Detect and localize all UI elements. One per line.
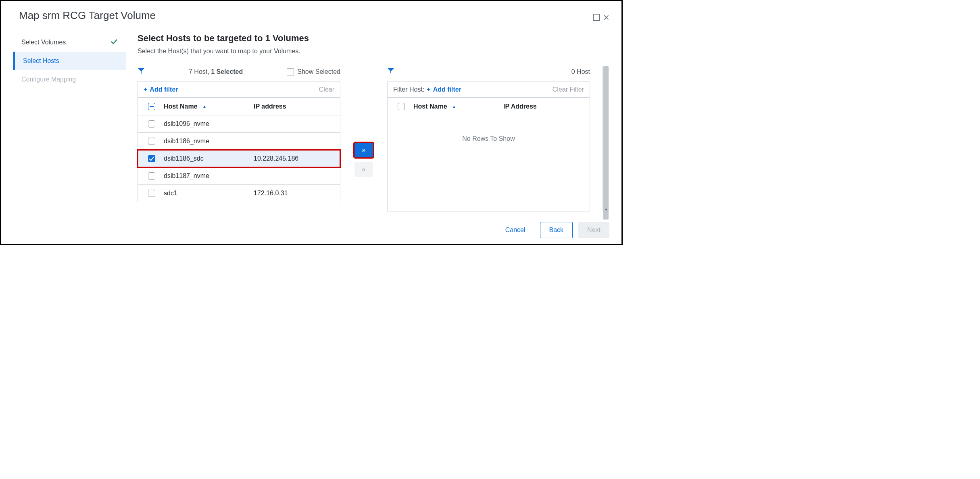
filter-host-label: Filter Host: <box>393 86 424 93</box>
add-filter-button[interactable]: + Add filter <box>427 86 461 93</box>
scroll-down-icon[interactable]: ▾ <box>603 207 609 212</box>
show-selected-label: Show Selected <box>297 68 340 75</box>
scrollbar-thumb[interactable] <box>603 66 609 220</box>
row-checkbox[interactable] <box>148 172 155 180</box>
vertical-scrollbar[interactable]: ▴ ▾ <box>602 66 609 211</box>
chevron-double-left-icon: « <box>362 166 366 173</box>
move-right-button[interactable]: » <box>354 143 373 157</box>
table-header: Host Name▲ IP address <box>138 98 340 115</box>
map-target-volume-dialog: Map srm RCG Target Volume × Select Volum… <box>1 1 621 244</box>
checkbox-icon[interactable] <box>287 68 294 75</box>
filter-icon[interactable] <box>387 68 394 76</box>
col-host-name[interactable]: Host Name▲ <box>409 103 503 110</box>
table-header: Host Name▲ IP Address <box>388 98 590 115</box>
section-subtitle: Select the Host(s) that you want to map … <box>138 48 609 55</box>
table-row[interactable]: dsib1096_nvme <box>138 115 340 132</box>
row-checkbox[interactable] <box>148 120 155 128</box>
plus-icon: + <box>144 86 147 93</box>
host-name-cell: dsib1186_nvme <box>160 138 254 145</box>
step-select-hosts[interactable]: Select Hosts <box>13 52 126 70</box>
row-checkbox[interactable] <box>148 155 155 162</box>
step-configure-mapping: Configure Mapping <box>13 70 126 89</box>
col-ip-address[interactable]: IP address <box>254 103 334 110</box>
filter-bar: + Add filter Clear <box>138 82 340 98</box>
select-all-checkbox[interactable] <box>148 103 155 110</box>
step-select-volumes[interactable]: Select Volumes <box>13 33 126 52</box>
step-label: Select Volumes <box>21 39 66 46</box>
sort-asc-icon: ▲ <box>452 104 457 109</box>
host-name-cell: dsib1187_nvme <box>160 172 254 180</box>
chevron-double-right-icon: » <box>362 146 366 154</box>
ip-cell: 172.16.0.31 <box>254 190 334 197</box>
dialog-footer: Cancel Back Next <box>138 215 609 238</box>
table-row[interactable]: dsib1187_nvme <box>138 167 340 184</box>
next-button: Next <box>578 222 609 238</box>
table-row[interactable]: dsib1186_sdc 10.228.245.186 <box>138 150 340 167</box>
col-host-name[interactable]: Host Name▲ <box>160 103 254 110</box>
available-hosts-table: Host Name▲ IP address dsib1096_nvme dsib… <box>138 98 340 202</box>
back-button[interactable]: Back <box>540 222 573 238</box>
window-controls: × <box>593 14 609 21</box>
show-selected-toggle[interactable]: Show Selected <box>287 68 340 75</box>
step-label: Configure Mapping <box>21 76 76 83</box>
row-checkbox[interactable] <box>148 190 155 197</box>
table-row[interactable]: sdc1 172.16.0.31 <box>138 184 340 202</box>
close-icon[interactable]: × <box>603 14 609 21</box>
transfer-controls: » « <box>352 66 375 211</box>
maximize-icon[interactable] <box>593 14 600 21</box>
wizard-steps: Select Volumes Select Hosts Configure Ma… <box>13 33 126 238</box>
col-ip-address[interactable]: IP Address <box>503 103 584 110</box>
filter-icon[interactable] <box>138 68 145 76</box>
selected-hosts-panel: 0 Host Filter Host: + Add filter Clear F… <box>387 66 590 211</box>
dialog-title: Map srm RCG Target Volume <box>19 9 593 22</box>
add-filter-button[interactable]: + Add filter <box>144 86 178 93</box>
check-icon <box>111 39 118 46</box>
section-heading: Select Hosts to be targeted to 1 Volumes <box>138 33 609 44</box>
plus-icon: + <box>427 86 430 93</box>
cancel-button[interactable]: Cancel <box>496 222 534 238</box>
table-row[interactable]: dsib1186_nvme <box>138 132 340 150</box>
host-count: 0 Host <box>571 68 590 75</box>
available-hosts-panel: 7 Host, 1 Selected Show Selected + Add f… <box>138 66 340 211</box>
host-name-cell: sdc1 <box>160 190 254 197</box>
filter-bar: Filter Host: + Add filter Clear Filter <box>387 82 590 98</box>
sort-asc-icon: ▲ <box>202 104 207 109</box>
host-count: 7 Host, 1 Selected <box>150 68 282 75</box>
selected-hosts-table: Host Name▲ IP Address No Rows To Show <box>387 98 590 211</box>
clear-filter-button[interactable]: Clear Filter <box>553 86 584 93</box>
move-left-button[interactable]: « <box>354 162 373 177</box>
step-label: Select Hosts <box>23 57 59 65</box>
ip-cell: 10.228.245.186 <box>254 155 334 162</box>
host-name-cell: dsib1186_sdc <box>160 155 254 162</box>
clear-filter-button[interactable]: Clear <box>319 86 334 93</box>
select-all-checkbox[interactable] <box>398 103 405 110</box>
host-name-cell: dsib1096_nvme <box>160 120 254 128</box>
no-rows-message: No Rows To Show <box>388 115 590 163</box>
row-checkbox[interactable] <box>148 138 155 145</box>
